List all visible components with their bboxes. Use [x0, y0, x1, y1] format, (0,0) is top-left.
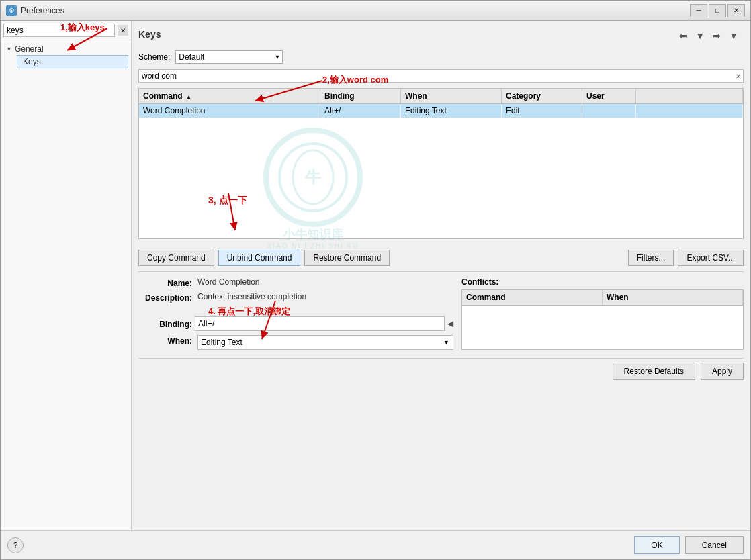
sidebar-item-general[interactable]: ▼ General: [3, 43, 128, 55]
when-select[interactable]: Editing Text In Windows In Dialogs Editi…: [197, 335, 453, 350]
sidebar-search-area: ✕: [1, 21, 131, 40]
nav-back-button[interactable]: ⬅: [676, 29, 690, 42]
app-icon: ⚙: [6, 5, 17, 16]
when-select-wrapper: Editing Text In Windows In Dialogs Editi…: [197, 335, 453, 350]
binding-row: Binding: ◀: [138, 316, 453, 331]
apply-button[interactable]: Apply: [701, 363, 744, 380]
title-bar: ⚙ Preferences ─ □ ✕: [1, 1, 750, 21]
sidebar-children: Keys: [3, 55, 128, 68]
export-csv-button[interactable]: Export CSV...: [678, 250, 744, 266]
details-panel: Name: Word Completion Description: Conte…: [138, 271, 744, 350]
cancel-button[interactable]: Cancel: [685, 536, 744, 554]
sidebar-search-clear-button[interactable]: ✕: [118, 25, 128, 36]
cell-user: [582, 104, 636, 118]
scheme-select[interactable]: Default: [175, 50, 283, 64]
description-value: Context insensitive completion: [197, 292, 306, 301]
scheme-row: Scheme: Default: [138, 50, 744, 64]
filter-input[interactable]: [138, 69, 744, 83]
nav-dropdown-button[interactable]: ▼: [693, 29, 707, 42]
when-label: When:: [138, 335, 192, 346]
col-header-command[interactable]: Command ▲: [139, 89, 320, 103]
scheme-label: Scheme:: [138, 52, 170, 62]
panel-title: Keys: [138, 29, 671, 40]
col-header-when[interactable]: When: [401, 89, 502, 103]
window-title: Preferences: [21, 6, 686, 15]
name-label: Name:: [138, 277, 192, 288]
conflicts-label: Conflicts:: [461, 277, 744, 287]
cell-extra: [636, 104, 743, 118]
binding-label: Binding:: [138, 318, 192, 329]
nav-forward-button[interactable]: ➡: [710, 29, 723, 42]
col-header-category[interactable]: Category: [502, 89, 582, 103]
conflicts-panel: Conflicts: Command When: [461, 277, 744, 350]
bottom-buttons: Restore Defaults Apply: [138, 358, 744, 384]
cell-category: Edit: [502, 104, 582, 118]
col-header-user[interactable]: User: [582, 89, 636, 103]
sidebar-tree: ▼ General Keys: [1, 40, 131, 530]
filters-button[interactable]: Filters...: [628, 250, 674, 266]
preferences-window: ⚙ Preferences ─ □ ✕ ✕ ▼ General Keys: [0, 0, 751, 560]
name-row: Name: Word Completion: [138, 277, 453, 288]
sort-arrow-command: ▲: [186, 94, 191, 100]
conflicts-col-when: When: [603, 290, 743, 305]
watermark-pinyin: XIAO NIU ZHI SHI KU: [259, 242, 367, 250]
conflicts-col-command: Command: [462, 290, 603, 305]
restore-command-button[interactable]: Restore Command: [304, 250, 390, 266]
sidebar: ✕ ▼ General Keys: [1, 21, 132, 530]
commands-table-container: Command ▲ Binding When Category User: [138, 88, 744, 239]
scheme-select-wrapper: Default: [175, 50, 283, 64]
restore-defaults-button[interactable]: Restore Defaults: [613, 363, 695, 380]
help-button[interactable]: ?: [7, 537, 24, 553]
copy-command-button[interactable]: Copy Command: [138, 250, 214, 266]
description-row: Description: Context insensitive complet…: [138, 292, 453, 303]
col-header-extra: [636, 89, 743, 103]
commands-actions: Copy Command Unbind Command Restore Comm…: [138, 250, 744, 266]
binding-arrow-icon[interactable]: ◀: [447, 319, 453, 328]
nav-bar: ⬅ ▼ ➡ ▼: [674, 28, 744, 44]
sidebar-item-keys[interactable]: Keys: [17, 55, 128, 68]
nav-menu-button[interactable]: ▼: [726, 29, 741, 42]
table-row[interactable]: Word Completion Alt+/ Editing Text Edit: [139, 104, 743, 118]
description-label: Description:: [138, 292, 192, 303]
filter-clear-button[interactable]: ✕: [736, 73, 741, 80]
conflicts-header: Command When: [462, 290, 743, 306]
sidebar-search-input[interactable]: [3, 24, 115, 37]
cell-when: Editing Text: [401, 104, 502, 118]
main-content: ✕ ▼ General Keys Keys ⬅ ▼ ➡: [1, 21, 750, 530]
sidebar-general-label: General: [15, 44, 44, 54]
cell-binding: Alt+/: [320, 104, 401, 118]
cell-command: Word Completion: [139, 104, 320, 118]
close-button[interactable]: ✕: [727, 4, 745, 17]
ok-button[interactable]: OK: [634, 536, 679, 554]
when-row: When: Editing Text In Windows In Dialogs…: [138, 335, 453, 350]
dialog-footer: ? OK Cancel: [1, 530, 750, 559]
table-header: Command ▲ Binding When Category User: [139, 89, 743, 104]
binding-input[interactable]: [195, 316, 445, 331]
minimize-button[interactable]: ─: [690, 4, 707, 17]
col-header-binding[interactable]: Binding: [320, 89, 401, 103]
name-value: Word Completion: [197, 277, 259, 287]
table-body: Word Completion Alt+/ Editing Text Edit: [139, 104, 743, 238]
unbind-command-button[interactable]: Unbind Command: [218, 250, 301, 266]
tree-arrow-general: ▼: [6, 46, 12, 52]
maximize-button[interactable]: □: [709, 4, 726, 17]
details-left: Name: Word Completion Description: Conte…: [138, 277, 453, 350]
window-controls: ─ □ ✕: [690, 4, 745, 17]
conflicts-table: Command When: [461, 289, 744, 350]
right-panel: Keys ⬅ ▼ ➡ ▼ Scheme: Default: [132, 21, 750, 530]
filter-input-wrapper: ✕: [138, 69, 744, 83]
